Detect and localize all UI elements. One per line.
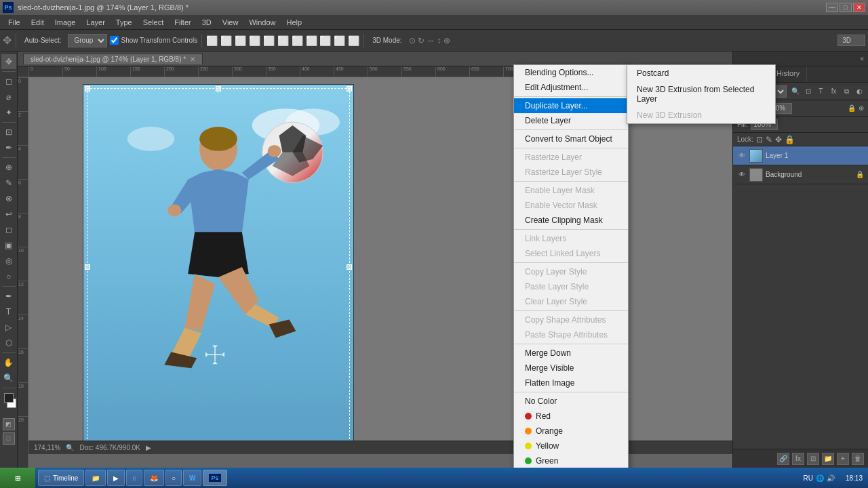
gradient-tool[interactable]: ▣ [1,238,16,253]
add-style-btn[interactable]: fx [792,453,804,465]
ctx-convert-smart-object[interactable]: Convert to Smart Object [514,131,628,146]
lasso-tool[interactable]: ⌀ [1,89,16,104]
move-tool[interactable]: ✥ [1,54,16,69]
ctx-rasterize-layer: Rasterize Layer [514,150,628,165]
3d-value-display[interactable]: 3D [837,35,865,46]
hand-tool[interactable]: ✋ [1,355,16,370]
select-tool[interactable]: ◻ [1,74,16,89]
layer-visibility-eye[interactable]: 👁 [737,151,747,161]
ctx-yellow[interactable]: Yellow [514,439,628,453]
minimize-button[interactable]: — [826,3,838,12]
ctx-sep-7 [514,310,628,311]
color-filter-btn[interactable]: ◐ [854,85,865,98]
history-brush-tool[interactable]: ↩ [1,207,16,222]
link-layers-btn[interactable]: 🔗 [777,453,789,465]
taskbar-item-chrome[interactable]: ○ [165,470,182,486]
close-button[interactable]: ✕ [853,3,865,12]
zoom-tool[interactable]: 🔍 [1,371,16,386]
eyedropper-tool[interactable]: ✒ [1,140,16,155]
ctx-delete-layer[interactable]: Delete Layer [514,113,628,128]
auto-select-dropdown[interactable]: Group Layer [68,34,107,47]
status-arrow[interactable]: ▶ [146,444,151,451]
layer-item-background[interactable]: 👁 Background 🔒 [733,165,868,184]
taskbar-item-media[interactable]: ▶ [107,470,125,486]
ctx-create-clipping-mask[interactable]: Create Clipping Mask [514,213,628,228]
menu-window[interactable]: Window [243,17,281,28]
taskbar-item-ie[interactable]: e [126,470,142,486]
taskbar-item-timeline[interactable]: ⬚ Timeline [38,470,84,486]
maximize-button[interactable]: □ [840,3,852,12]
dodge-tool[interactable]: ○ [1,269,16,284]
layer-filter-btn[interactable]: ⧉ [841,85,852,98]
ctx-blending-options[interactable]: Blending Options... [514,65,628,80]
taskbar-item-word[interactable]: W [183,470,201,486]
search-filter-btn[interactable]: 🔍 [789,85,801,98]
ctx-flatten-image[interactable]: Flatten Image [514,375,628,390]
ctx-merge-visible[interactable]: Merge Visible [514,361,628,375]
panel-collapse-btn[interactable]: « [860,55,864,62]
menu-file[interactable]: File [3,17,26,28]
ctx-red[interactable]: Red [514,409,628,424]
show-transform-checkbox[interactable]: Show Transform Controls [110,36,197,45]
ctx-merge-down[interactable]: Merge Down [514,346,628,361]
canvas-tab-item[interactable]: sled-ot-dvizhenija-1.jpg @ 174% (Layer 1… [23,54,203,64]
lock-position-btn[interactable]: ⊕ [859,104,864,112]
lock-pixel-btn[interactable]: 🔒 [848,104,856,112]
toolbar-sep-2 [201,34,202,47]
path-tool[interactable]: ▷ [1,320,16,335]
menu-3d[interactable]: 3D [197,17,217,28]
layer-visibility-eye-bg[interactable]: 👁 [737,170,747,180]
vruler-marks: 0 2 4 6 8 10 12 14 16 18 20 [18,77,28,450]
lock-all-btn[interactable]: 🔒 [785,135,795,144]
taskbar-item-photoshop[interactable]: Ps [203,470,226,486]
lock-transparent-btn[interactable]: ⊡ [756,135,763,144]
clone-tool[interactable]: ⊗ [1,191,16,206]
menu-image[interactable]: Image [50,17,81,28]
menu-layer[interactable]: Layer [81,17,111,28]
eraser-tool[interactable]: ◻ [1,222,16,237]
start-button[interactable]: ⊞ [0,468,35,488]
crop-tool[interactable]: ⊡ [1,125,16,140]
layer-item-layer1[interactable]: 👁 Layer 1 [733,146,868,165]
new-group-btn[interactable]: 📁 [822,453,834,465]
menu-type[interactable]: Type [111,17,138,28]
heal-tool[interactable]: ⊕ [1,160,16,175]
vruler-mark: 14 [18,314,28,348]
lock-move-btn[interactable]: ✥ [775,135,782,144]
foreground-color-swatch[interactable] [4,393,14,403]
new-layer-btn[interactable]: + [837,453,849,465]
effect-filter-btn[interactable]: fx [828,85,840,98]
menu-filter[interactable]: Filter [169,17,196,28]
ctx-edit-adjustment[interactable]: Edit Adjustment... [514,80,628,95]
ctx-no-color[interactable]: No Color [514,394,628,409]
quick-mask-btn[interactable]: ◩ [3,418,15,430]
shape-tool[interactable]: ⬡ [1,336,16,350]
show-transform-input[interactable] [110,36,119,45]
firefox-icon: 🦊 [150,474,158,482]
ctx-duplicate-layer[interactable]: Duplicate Layer... [514,98,628,113]
delete-layer-btn[interactable]: 🗑 [852,453,864,465]
text-tool[interactable]: T [1,304,16,319]
sub-new-3d-extrusion-selected[interactable]: New 3D Extrusion from Selected Layer [627,81,775,107]
menu-edit[interactable]: Edit [26,17,50,28]
add-mask-btn[interactable]: ⊡ [807,453,819,465]
screen-mode-btn[interactable]: □ [3,432,15,445]
pixel-filter-btn[interactable]: ⊡ [802,85,814,98]
magic-wand-tool[interactable]: ✦ [1,105,16,120]
taskbar-item-explorer[interactable]: 📁 [85,470,106,486]
type-filter-btn[interactable]: T [815,85,827,98]
canvas-image [83,84,354,450]
ctx-green[interactable]: Green [514,453,628,468]
menu-select[interactable]: Select [138,17,170,28]
taskbar-item-firefox[interactable]: 🦊 [144,470,164,486]
menu-view[interactable]: View [217,17,244,28]
sub-postcard[interactable]: Postcard [627,65,775,81]
lock-image-btn[interactable]: ✎ [766,135,772,144]
ctx-orange[interactable]: Orange [514,424,628,439]
ruler-mark: 200 [164,66,198,77]
menu-help[interactable]: Help [281,17,308,28]
blur-tool[interactable]: ◎ [1,253,16,268]
pen-tool[interactable]: ✒ [1,289,16,304]
brush-tool[interactable]: ✎ [1,176,16,190]
canvas-tab-close[interactable]: ✕ [190,56,195,63]
